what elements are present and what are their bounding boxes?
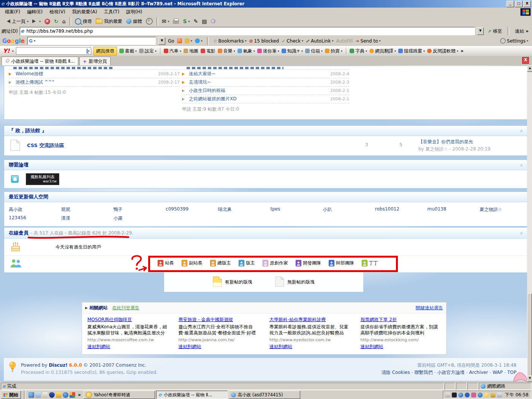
google-go-button[interactable]: Go — [168, 38, 174, 44]
bookmarks-button[interactable]: ☆Bookmarks▾ — [213, 38, 247, 44]
yahoo-popup-blocker-button[interactable]: 阻擋跳窗▾ — [398, 48, 425, 54]
yahoo-translate-button[interactable]: 網頁翻譯▾ — [369, 48, 396, 54]
media-button[interactable]: 媒體 — [124, 17, 144, 25]
yahoo-auction-button[interactable]: 拍賣▾ — [325, 48, 342, 54]
google-search-dropdown[interactable]: ▼ — [158, 37, 165, 45]
popup-blocked-button[interactable]: ⊘15 blocked — [249, 38, 279, 44]
scroll-up-button[interactable]: ▲ — [527, 65, 532, 72]
user-link[interactable]: tpes — [270, 206, 280, 212]
home-button[interactable]: ⌂ — [60, 17, 68, 25]
ad-title-link[interactable]: 喬安旅遊 - 金典中國新遊蹤 — [179, 317, 259, 323]
tray-messenger-icon[interactable] — [458, 393, 463, 397]
user-link[interactable]: 屁屁 — [61, 207, 70, 212]
task-yahoo-messenger[interactable]: Yahoo!奇摩即時通 — [84, 391, 155, 399]
quicklaunch-browser-icon[interactable] — [63, 392, 68, 398]
tray-update-icon[interactable] — [491, 393, 496, 397]
translate-button[interactable]: S▾ — [181, 17, 192, 25]
back-button[interactable]: 上一頁▾ — [3, 17, 30, 25]
ad-title-link[interactable]: 股票網路下單 2折 — [361, 317, 441, 323]
collapse-icon[interactable]: ∧ — [520, 128, 523, 133]
page-list-button[interactable]: ▤ — [200, 17, 209, 25]
ad-visit-link[interactable]: 連結到網站 — [269, 344, 292, 349]
yahoo-antispy-button[interactable]: 反間諜軟體▾ — [427, 48, 458, 54]
menu-favorites[interactable]: 我的最愛(A) — [69, 8, 101, 16]
yahoo-bookmark-button[interactable]: 書籤▾ — [119, 48, 137, 54]
history-button[interactable] — [144, 17, 155, 25]
official-forum-link[interactable]: 小政官方論壇 — [437, 370, 465, 375]
quicklaunch-media-icon[interactable] — [70, 392, 75, 398]
thread-title-link[interactable]: 游標上傳測試 ^^" — [16, 79, 158, 86]
print-button[interactable] — [171, 18, 181, 25]
tabbar-close-button[interactable]: X — [522, 57, 529, 64]
contact-us-link[interactable]: 聯繫我們 — [415, 370, 433, 375]
tray-volume-icon[interactable] — [445, 393, 450, 397]
quicklaunch-mail-icon[interactable] — [35, 392, 41, 398]
scrollbar-thumb[interactable] — [527, 293, 532, 382]
quicklaunch-crown-icon[interactable] — [56, 392, 62, 398]
thread-title-link[interactable]: 之前網站被抓的圖片XD — [189, 96, 330, 102]
yahoo-settings-button[interactable]: 設定▾ — [139, 48, 157, 54]
discuz-link[interactable]: Discuz! — [49, 363, 67, 368]
yahoo-maps-button[interactable]: 地圖 — [184, 48, 198, 54]
favorites-button[interactable]: 我的最愛 — [94, 17, 124, 25]
yahoo-logo[interactable]: Y! — [3, 48, 10, 54]
tray-network-icon[interactable] — [478, 393, 483, 397]
yahoo-autos-button[interactable]: 汽車▾ — [164, 48, 181, 54]
thread-title-link[interactable]: 去清境玩~ — [189, 79, 330, 86]
google-news-button[interactable]: ▾ — [185, 38, 192, 43]
google-search-input[interactable] — [36, 38, 154, 44]
user-link[interactable]: 喵北鼻 — [218, 207, 232, 212]
start-button[interactable]: 開始 — [1, 391, 21, 399]
address-dropdown-button[interactable]: ▼ — [477, 27, 484, 35]
menu-tools[interactable]: 工具(T) — [100, 8, 123, 16]
quicklaunch-editor-icon[interactable] — [42, 392, 48, 398]
yahoo-dictionary-button[interactable]: 字典▾ — [350, 48, 367, 54]
minimize-button[interactable]: _ — [507, 1, 514, 7]
user-link[interactable]: 小露 — [113, 215, 122, 221]
new-tab-button[interactable]: + 新增分頁 — [79, 57, 111, 65]
tray-smiley-icon[interactable] — [484, 393, 489, 397]
go-button[interactable]: ➚移至 — [486, 27, 504, 35]
yahoo-knowledge-button[interactable]: 知識+▾ — [282, 48, 303, 54]
user-link[interactable]: mu0138 — [428, 206, 446, 212]
spellcheck-button[interactable]: ✓Check▾ — [282, 38, 303, 44]
stop-button[interactable]: × — [43, 18, 52, 25]
settings-button[interactable]: Settings▾ — [500, 38, 528, 44]
user-link[interactable]: 123456 — [9, 215, 26, 220]
collapse-icon[interactable]: ∨ — [520, 231, 523, 236]
yahoo-movies-button[interactable]: 電影 — [201, 48, 215, 54]
mail-button[interactable]: ✉▾ — [160, 17, 171, 25]
user-link[interactable]: 小趴 — [323, 207, 332, 212]
quicklaunch-ie-icon[interactable] — [28, 392, 34, 398]
yahoo-overflow-chevron[interactable]: » — [461, 48, 464, 54]
tab-forum[interactable]: ☺ 小政娛樂論壇 -- 寵物 Ⅱ遊戲 Ⅱ... — [2, 57, 78, 65]
pagerank-icon[interactable] — [177, 38, 182, 43]
quicklaunch-shield-icon[interactable] — [49, 392, 55, 398]
forward-button[interactable]: ▾ — [30, 19, 43, 24]
ad-title-link[interactable]: 大學眼科-給你專業眼科診療 — [269, 317, 350, 323]
keyword-ads-link[interactable]: 關鍵連結廣告 — [416, 305, 443, 311]
refresh-button[interactable]: ↻ — [52, 17, 60, 25]
user-link[interactable]: 漢漢 — [61, 215, 70, 221]
edit-button[interactable]: ✎ — [192, 17, 200, 25]
tray-display-icon[interactable] — [452, 393, 457, 397]
thread-title-link[interactable]: 小政生日時的祝福 — [189, 87, 330, 94]
user-link[interactable]: c0950399 — [166, 206, 188, 212]
ad-visit-link[interactable]: 連結到網站 — [361, 344, 383, 349]
restore-button[interactable]: □ — [515, 1, 522, 7]
yahoo-minipen-button[interactable]: 迷你筆▾ — [257, 48, 279, 54]
wap-link[interactable]: WAP — [492, 370, 503, 375]
menu-help[interactable]: 說明(H) — [123, 8, 146, 16]
user-link[interactable]: 夏之物語☆ — [480, 207, 502, 212]
menu-file[interactable]: 檔案(F) — [2, 8, 24, 16]
tray-info-icon[interactable] — [465, 393, 470, 397]
thread-title-link[interactable]: 送給大家搭~ — [189, 71, 330, 77]
discuss-button[interactable]: ❍ — [209, 17, 217, 25]
send-to-button[interactable]: ➜Send to▾ — [355, 38, 380, 44]
yahoo-search-input[interactable] — [17, 48, 86, 54]
google-comment-button[interactable]: ▾ — [195, 38, 203, 43]
menu-view[interactable]: 檢視(V) — [46, 8, 69, 16]
clear-cookies-link[interactable]: 清除 Cookies — [382, 370, 410, 375]
forum-name-link[interactable]: CSS 交流語法區 — [27, 142, 64, 149]
ad-title-link[interactable]: MOSOR馬仕得咖啡豆 — [87, 317, 168, 323]
